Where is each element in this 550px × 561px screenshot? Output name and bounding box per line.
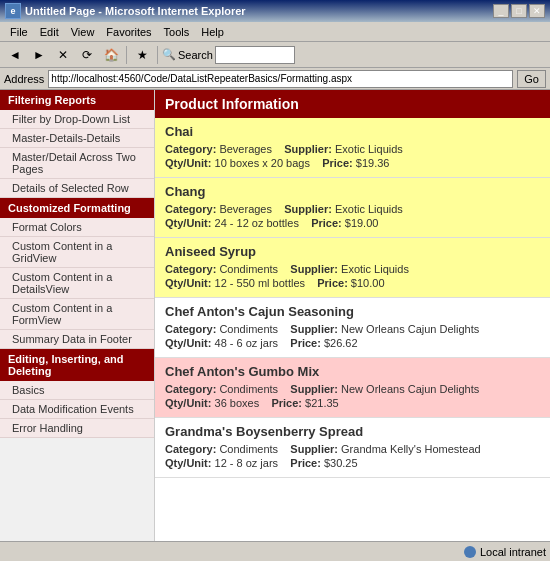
status-bar: Local intranet <box>0 541 550 561</box>
sidebar-item-custom-detailsview[interactable]: Custom Content in a DetailsView <box>0 268 154 299</box>
sidebar-item-details-selected-row[interactable]: Details of Selected Row <box>0 179 154 198</box>
sidebar-item-filter-dropdown[interactable]: Filter by Drop-Down List <box>0 110 154 129</box>
sidebar-item-format-colors[interactable]: Format Colors <box>0 218 154 237</box>
menu-bar: File Edit View Favorites Tools Help <box>0 22 550 42</box>
close-button[interactable]: ✕ <box>529 4 545 18</box>
product-details: Category: Condiments Supplier: Grandma K… <box>165 443 540 469</box>
stop-button[interactable]: ✕ <box>52 44 74 66</box>
product-header: Product Information <box>155 90 550 118</box>
sidebar: Filtering Reports Filter by Drop-Down Li… <box>0 90 155 541</box>
go-button[interactable]: Go <box>517 70 546 88</box>
search-text-label: Search <box>178 49 213 61</box>
menu-favorites[interactable]: Favorites <box>100 25 157 39</box>
sidebar-item-summary-footer[interactable]: Summary Data in Footer <box>0 330 154 349</box>
address-bar: Address Go <box>0 68 550 90</box>
status-zone: Local intranet <box>464 546 546 558</box>
maximize-button[interactable]: □ <box>511 4 527 18</box>
refresh-button[interactable]: ⟳ <box>76 44 98 66</box>
menu-view[interactable]: View <box>65 25 101 39</box>
sidebar-item-custom-formview[interactable]: Custom Content in a FormView <box>0 299 154 330</box>
back-button[interactable]: ◄ <box>4 44 26 66</box>
separator2 <box>157 46 158 64</box>
products-list: Chai Category: Beverages Supplier: Exoti… <box>155 118 550 478</box>
product-details: Category: Condiments Supplier: New Orlea… <box>165 383 540 409</box>
menu-file[interactable]: File <box>4 25 34 39</box>
title-bar: e Untitled Page - Microsoft Internet Exp… <box>0 0 550 22</box>
product-details: Category: Beverages Supplier: Exotic Liq… <box>165 143 540 169</box>
sidebar-item-basics[interactable]: Basics <box>0 381 154 400</box>
separator1 <box>126 46 127 64</box>
product-item-aniseed: Aniseed Syrup Category: Condiments Suppl… <box>155 238 550 298</box>
zone-icon <box>464 546 476 558</box>
sidebar-section-editing[interactable]: Editing, Inserting, and Deleting <box>0 349 154 381</box>
home-button[interactable]: 🏠 <box>100 44 122 66</box>
product-item-chai: Chai Category: Beverages Supplier: Exoti… <box>155 118 550 178</box>
product-name: Chai <box>165 124 540 139</box>
product-item-cajun: Chef Anton's Cajun Seasoning Category: C… <box>155 298 550 358</box>
search-area: 🔍 Search <box>162 46 295 64</box>
product-name: Chef Anton's Cajun Seasoning <box>165 304 540 319</box>
sidebar-item-data-modification[interactable]: Data Modification Events <box>0 400 154 419</box>
address-input[interactable] <box>48 70 513 88</box>
sidebar-item-error-handling[interactable]: Error Handling <box>0 419 154 438</box>
menu-edit[interactable]: Edit <box>34 25 65 39</box>
zone-label: Local intranet <box>480 546 546 558</box>
product-name: Chang <box>165 184 540 199</box>
product-name: Chef Anton's Gumbo Mix <box>165 364 540 379</box>
product-details: Category: Beverages Supplier: Exotic Liq… <box>165 203 540 229</box>
sidebar-item-master-detail-two-pages[interactable]: Master/Detail Across Two Pages <box>0 148 154 179</box>
window-controls: _ □ ✕ <box>493 4 545 18</box>
menu-help[interactable]: Help <box>195 25 230 39</box>
minimize-button[interactable]: _ <box>493 4 509 18</box>
address-label: Address <box>4 73 44 85</box>
forward-button[interactable]: ► <box>28 44 50 66</box>
favorites-button[interactable]: ★ <box>131 44 153 66</box>
product-details: Category: Condiments Supplier: Exotic Li… <box>165 263 540 289</box>
toolbar: ◄ ► ✕ ⟳ 🏠 ★ 🔍 Search <box>0 42 550 68</box>
sidebar-item-custom-gridview[interactable]: Custom Content in a GridView <box>0 237 154 268</box>
main-container: Filtering Reports Filter by Drop-Down Li… <box>0 90 550 541</box>
product-item-gumbo: Chef Anton's Gumbo Mix Category: Condime… <box>155 358 550 418</box>
product-item-boysenberry: Grandma's Boysenberry Spread Category: C… <box>155 418 550 478</box>
product-name: Aniseed Syrup <box>165 244 540 259</box>
search-input[interactable] <box>215 46 295 64</box>
sidebar-section-customized[interactable]: Customized Formatting <box>0 198 154 218</box>
app-icon: e <box>5 3 21 19</box>
product-item-chang: Chang Category: Beverages Supplier: Exot… <box>155 178 550 238</box>
sidebar-item-master-details[interactable]: Master-Details-Details <box>0 129 154 148</box>
search-label: 🔍 <box>162 48 176 61</box>
content-area: Product Information Chai Category: Bever… <box>155 90 550 541</box>
product-details: Category: Condiments Supplier: New Orlea… <box>165 323 540 349</box>
menu-tools[interactable]: Tools <box>158 25 196 39</box>
sidebar-section-filtering[interactable]: Filtering Reports <box>0 90 154 110</box>
product-name: Grandma's Boysenberry Spread <box>165 424 540 439</box>
window-title: Untitled Page - Microsoft Internet Explo… <box>25 5 246 17</box>
